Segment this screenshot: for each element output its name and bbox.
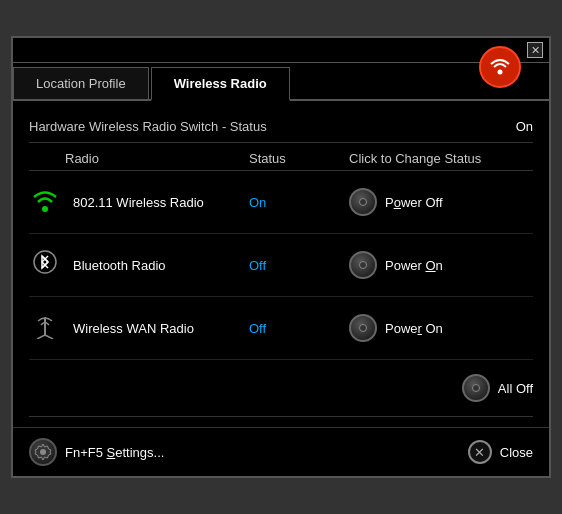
power-btn-circle-bluetooth xyxy=(349,251,377,279)
all-off-btn-inner xyxy=(472,384,480,392)
power-on-bluetooth-button[interactable]: Power On xyxy=(349,251,533,279)
svg-line-9 xyxy=(45,335,53,339)
close-button[interactable]: ✕ Close xyxy=(468,440,533,464)
radio-name-wan: Wireless WAN Radio xyxy=(73,321,194,336)
svg-point-11 xyxy=(40,449,46,455)
radio-label-bluetooth: Bluetooth Radio xyxy=(29,248,249,282)
radio-row-wan: Wireless WAN Radio Off Power On xyxy=(29,297,533,360)
close-label: Close xyxy=(500,445,533,460)
radio-status-wan: Off xyxy=(249,321,349,336)
power-on-wan-label: Power On xyxy=(385,321,443,336)
svg-line-8 xyxy=(37,335,45,339)
close-circle-icon: ✕ xyxy=(468,440,492,464)
power-btn-circle-wifi xyxy=(349,188,377,216)
footer: Fn+F5 Settings... ✕ Close xyxy=(13,427,549,476)
bluetooth-icon xyxy=(29,248,61,282)
hardware-status-label: Hardware Wireless Radio Switch - Status xyxy=(29,119,506,134)
radio-status-bluetooth: Off xyxy=(249,258,349,273)
radio-status-wifi: On xyxy=(249,195,349,210)
window-close-button[interactable]: ✕ xyxy=(527,42,543,58)
wifi-icon xyxy=(29,185,61,219)
power-off-wifi-button[interactable]: Power Off xyxy=(349,188,533,216)
tab-wireless-radio[interactable]: Wireless Radio xyxy=(151,67,290,101)
col-header-status: Status xyxy=(249,151,349,166)
logo-circle xyxy=(479,46,521,88)
table-header: Radio Status Click to Change Status xyxy=(29,143,533,171)
power-on-bluetooth-label: Power On xyxy=(385,258,443,273)
radio-label-wan: Wireless WAN Radio xyxy=(29,311,249,345)
radio-name-bluetooth: Bluetooth Radio xyxy=(73,258,166,273)
radio-label-wifi: 802.11 Wireless Radio xyxy=(29,185,249,219)
tab-location-profile[interactable]: Location Profile xyxy=(13,67,149,99)
hardware-status-value: On xyxy=(516,119,533,134)
power-off-wifi-label: Power Off xyxy=(385,195,443,210)
antenna-icon xyxy=(29,311,61,345)
all-off-button[interactable]: All Off xyxy=(462,374,533,402)
hardware-status-row: Hardware Wireless Radio Switch - Status … xyxy=(29,111,533,143)
svg-point-1 xyxy=(42,206,48,212)
all-off-btn-circle xyxy=(462,374,490,402)
all-off-label: All Off xyxy=(498,381,533,396)
all-off-row: All Off xyxy=(29,360,533,417)
gear-icon xyxy=(29,438,57,466)
radio-row-wifi: 802.11 Wireless Radio On Power Off xyxy=(29,171,533,234)
power-btn-inner-bluetooth xyxy=(359,261,367,269)
radio-row-bluetooth: Bluetooth Radio Off Power On xyxy=(29,234,533,297)
radio-name-wifi: 802.11 Wireless Radio xyxy=(73,195,204,210)
main-window: ✕ Location Profile Wireless Radio Hardwa… xyxy=(11,36,551,478)
power-btn-inner-wan xyxy=(359,324,367,332)
col-header-action: Click to Change Status xyxy=(349,151,533,166)
power-btn-inner-wifi xyxy=(359,198,367,206)
content-area: Hardware Wireless Radio Switch - Status … xyxy=(13,101,549,427)
title-bar: ✕ xyxy=(13,38,549,63)
settings-label: Fn+F5 Settings... xyxy=(65,445,164,460)
col-header-radio: Radio xyxy=(29,151,249,166)
power-btn-circle-wan xyxy=(349,314,377,342)
power-on-wan-button[interactable]: Power On xyxy=(349,314,533,342)
settings-button[interactable]: Fn+F5 Settings... xyxy=(29,438,164,466)
svg-point-2 xyxy=(34,251,56,273)
logo-icon xyxy=(479,46,521,88)
svg-point-0 xyxy=(498,70,503,75)
tab-bar: Location Profile Wireless Radio xyxy=(13,63,549,101)
